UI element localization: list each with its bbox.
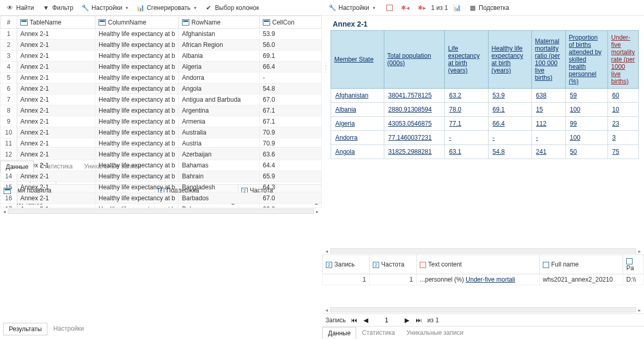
col-num[interactable]: #	[1, 16, 17, 29]
table-row[interactable]: 11 Annex 2-1 Healthy life expectancy at …	[1, 138, 322, 149]
cell-births[interactable]: 50	[565, 145, 607, 159]
table-row[interactable]: 16 Annex 2-1 Healthy life expectancy at …	[1, 193, 322, 204]
cell-member[interactable]: Algeria	[331, 117, 384, 131]
rl-col-freq[interactable]: 2Частота	[370, 255, 417, 274]
cell-healthy[interactable]: 54.8	[488, 145, 531, 159]
table-row[interactable]: 17 Annex 2-1 Healthy life expectancy at …	[1, 204, 322, 208]
h-scrollbar[interactable]: ◂▸	[0, 208, 322, 215]
right-h-scroll[interactable]: ◂▸	[322, 247, 644, 255]
rl-col-full[interactable]: Full name	[540, 255, 623, 274]
cell-member[interactable]: Angola	[331, 145, 384, 159]
right-lower-grid[interactable]: 2Запись 2Частота Text content Full name …	[322, 255, 644, 285]
col-columnname[interactable]: ColumnName	[95, 16, 179, 29]
table-row[interactable]: 15 Annex 2-1 Healthy life expectancy at …	[1, 182, 322, 193]
nav-next[interactable]: ▶	[404, 317, 410, 324]
cell-member[interactable]: Albania	[331, 103, 384, 117]
table-row[interactable]: 2 Annex 2-1 Healthy life expectancy at b…	[1, 40, 322, 51]
right-lower-h-scroll[interactable]: ◂▸	[322, 306, 644, 313]
hdr-maternal[interactable]: Maternal mortality ratio (per 100 000 li…	[531, 31, 565, 89]
hdr-life[interactable]: Life expectancy at birth (years)	[445, 31, 488, 89]
cell-life[interactable]: 63.2	[445, 89, 488, 103]
table-row[interactable]: 12 Annex 2-1 Healthy life expectancy at …	[1, 149, 322, 160]
cell-pop[interactable]: 43053.0546875	[384, 117, 445, 131]
tab-stats[interactable]: Статистика	[356, 326, 400, 339]
col-rowname[interactable]: RowName	[179, 16, 260, 29]
table-row[interactable]: 5 Annex 2-1 Healthy life expectancy at b…	[1, 72, 322, 83]
table-row[interactable]: 1 1 ...personnel (%) Under-five mortali …	[323, 274, 644, 285]
cell-healthy[interactable]: 66.4	[488, 117, 531, 131]
rl-col-rec[interactable]: 2Запись	[323, 255, 370, 274]
find-button[interactable]: 👁Найти	[3, 3, 37, 13]
cell-pop[interactable]: 2880.91308594	[384, 103, 445, 117]
col-cellcontent[interactable]: CellCon	[260, 16, 322, 29]
cell-life[interactable]: 77.1	[445, 117, 488, 131]
bottom-tab-settings[interactable]: Настройки	[47, 322, 90, 335]
table-row[interactable]: 7 Annex 2-1 Healthy life expectancy at b…	[1, 94, 322, 105]
table-row[interactable]: Afghanistan 38041.7578125 63.2 53.9 638 …	[331, 89, 639, 103]
tab-data[interactable]: Данные	[0, 161, 34, 173]
table-row[interactable]: Algeria 43053.0546875 77.1 66.4 112 99 2…	[331, 117, 639, 131]
col-tablename[interactable]: TableName	[17, 16, 95, 29]
hdr-pop[interactable]: Total population (000s)	[384, 31, 445, 89]
nav-current[interactable]	[373, 317, 399, 324]
rl-col-path[interactable]: Pa	[623, 255, 644, 274]
table-row[interactable]: Andorra 77.1460037231 - - - 100 3	[331, 131, 639, 145]
table-row[interactable]: Albania 2880.91308594 78.0 69.1 15 100 1…	[331, 103, 639, 117]
cell-births[interactable]: 59	[565, 89, 607, 103]
hdr-under5[interactable]: Under-five mortality rate (per 1000 live…	[608, 31, 639, 89]
columns-button[interactable]: ✔Выбор колонок	[202, 3, 262, 13]
nav-prev[interactable]: ◀	[362, 317, 369, 324]
cell-under5[interactable]: 10	[608, 103, 639, 117]
cell-under5[interactable]: 75	[608, 145, 639, 159]
rl-col-text[interactable]: Text content	[417, 255, 540, 274]
hdr-healthy[interactable]: Healthy life expectancy at birth (years)	[488, 31, 531, 89]
table-row[interactable]: 13 Annex 2-1 Healthy life expectancy at …	[1, 160, 322, 171]
cell-healthy[interactable]: -	[488, 131, 531, 145]
cell-under5[interactable]: 60	[608, 89, 639, 103]
nav-first[interactable]: ⏮	[350, 317, 358, 324]
cell-healthy[interactable]: 69.1	[488, 103, 531, 117]
table-row[interactable]: 1 Annex 2-1 Healthy life expectancy at b…	[1, 29, 322, 40]
cell-member[interactable]: Andorra	[331, 131, 384, 145]
nav-next-hit[interactable]: ✱▸	[415, 3, 429, 13]
settings-button[interactable]: 🔧Настройки▾	[79, 3, 132, 13]
table-row[interactable]: 8 Annex 2-1 Healthy life expectancy at b…	[1, 105, 322, 116]
cell-maternal[interactable]: 112	[531, 117, 565, 131]
cell-life[interactable]: -	[445, 131, 488, 145]
table-row[interactable]: 9 Annex 2-1 Healthy life expectancy at b…	[1, 116, 322, 127]
table-row[interactable]: Angola 31825.2988281 63.1 54.8 241 50 75	[331, 145, 639, 159]
bottom-tab-results[interactable]: Результаты	[3, 323, 47, 335]
toggle-a[interactable]	[383, 4, 396, 12]
hdr-member[interactable]: Member State	[331, 31, 384, 89]
table-row[interactable]: 14 Annex 2-1 Healthy life expectancy at …	[1, 171, 322, 182]
chart-btn[interactable]: 📊	[450, 3, 464, 13]
cell-under5[interactable]: 23	[608, 117, 639, 131]
generate-button[interactable]: 📊Сгенерировать▾	[133, 3, 200, 13]
tab-data[interactable]: Данные	[322, 327, 356, 339]
cell-pop[interactable]: 38041.7578125	[384, 89, 445, 103]
cell-maternal[interactable]: 638	[531, 89, 565, 103]
nav-prev-hit[interactable]: ✱◂	[398, 3, 412, 13]
cell-healthy[interactable]: 53.9	[488, 89, 531, 103]
cell-life[interactable]: 78.0	[445, 103, 488, 117]
left-grid[interactable]: # TableName ColumnName RowName CellCon 1…	[0, 16, 322, 208]
cell-life[interactable]: 63.1	[445, 145, 488, 159]
highlight-btn[interactable]: ▦Подсветка	[466, 3, 512, 13]
cell-maternal[interactable]: 241	[531, 145, 565, 159]
drag-handle[interactable]: ⋮⋮⋮	[323, 63, 329, 72]
nav-last[interactable]: ⏭	[415, 317, 423, 324]
right-settings[interactable]: 🔧Настройки▾	[325, 3, 379, 13]
cell-births[interactable]: 100	[565, 131, 607, 145]
cell-births[interactable]: 99	[565, 117, 607, 131]
cell-maternal[interactable]: -	[531, 131, 565, 145]
table-row[interactable]: 3 Annex 2-1 Healthy life expectancy at b…	[1, 51, 322, 62]
table-row[interactable]: 4 Annex 2-1 Healthy life expectancy at b…	[1, 62, 322, 72]
cell-pop[interactable]: 31825.2988281	[384, 145, 445, 159]
cell-under5[interactable]: 3	[608, 131, 639, 145]
annex-table[interactable]: Member State Total population (000s) Lif…	[331, 30, 639, 159]
tab-unique[interactable]: Уникальные записи	[400, 326, 469, 339]
filter-button[interactable]: ▼Фильтр	[39, 3, 76, 13]
table-row[interactable]: 10 Annex 2-1 Healthy life expectancy at …	[1, 127, 322, 138]
cell-pop[interactable]: 77.1460037231	[384, 131, 445, 145]
hdr-births[interactable]: Proportion of births attended by skilled…	[565, 31, 607, 89]
